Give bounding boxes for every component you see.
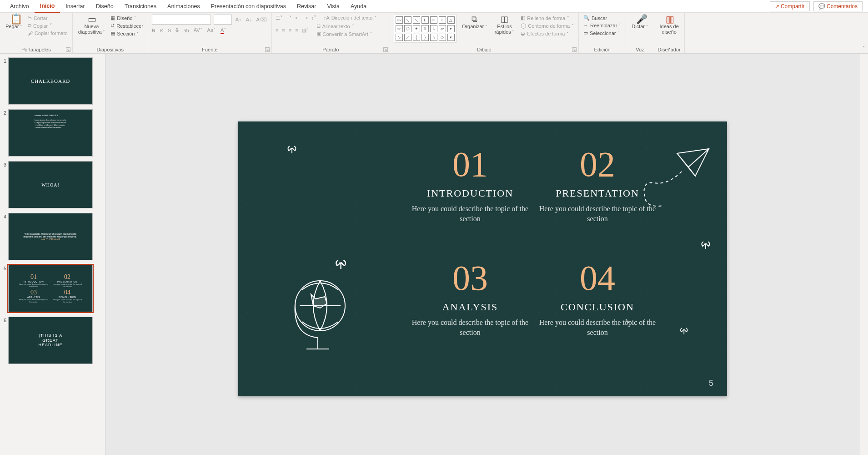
layout-button[interactable]: ▦ Diseño	[110, 15, 144, 21]
shape-fill-button[interactable]: ◧ Relleno de forma	[520, 15, 575, 21]
tab-slideshow[interactable]: Presentación con diapositivas	[206, 0, 291, 12]
text-direction-button[interactable]: ↕A Dirección del texto	[323, 15, 377, 21]
shape-arrow-icon[interactable]: ⇨	[396, 25, 403, 32]
dialog-launcher-icon[interactable]: ↘	[572, 47, 577, 52]
shape-effects-button[interactable]: ◒ Efectos de forma	[520, 30, 575, 37]
copy-button[interactable]: ⧉ Copiar ˅	[27, 22, 69, 29]
shape-line-icon[interactable]: ＼	[404, 16, 411, 24]
thumbnail-panel[interactable]: 1 CHALKBOARD 2 contents of THIS TEMPLATE…	[0, 54, 105, 455]
shape-callout-icon[interactable]: ▱	[439, 25, 446, 32]
shape-expand-icon[interactable]: ▾	[447, 34, 455, 41]
tab-design[interactable]: Diseño	[90, 0, 119, 12]
thumbnail-2[interactable]: contents of THIS TEMPLATELorem ipsum dol…	[8, 109, 93, 157]
thumbnail-4[interactable]: "This is a quote. Words full of wisdom t…	[8, 213, 93, 260]
toc-item-3[interactable]: 03 ANALYSIS Here you could describe the …	[406, 260, 534, 374]
shape-star2-icon[interactable]: ☆	[430, 34, 437, 41]
shape-hex-icon[interactable]: ⬡	[404, 25, 411, 32]
tab-help[interactable]: Ayuda	[345, 0, 372, 12]
thumbnail-5[interactable]: 01INTRODUCTIONHere you could describe th…	[8, 265, 93, 312]
font-size-input[interactable]	[214, 15, 232, 25]
align-right-button[interactable]: ≡	[289, 27, 291, 33]
shape-arrow3-icon[interactable]: ⇩	[430, 25, 437, 32]
tab-view[interactable]: Vista	[321, 0, 345, 12]
align-left-button[interactable]: ≡	[276, 27, 278, 33]
highlight-button[interactable]: AV˅	[194, 27, 203, 33]
dictate-button[interactable]: 🎤 Dictar	[630, 15, 650, 43]
paste-button[interactable]: 📋 Pegar	[4, 15, 24, 30]
tab-animations[interactable]: Animaciones	[162, 0, 206, 12]
thumbnail-3[interactable]: WHOA!	[8, 161, 93, 208]
shape-more-icon[interactable]: ▾	[447, 25, 455, 32]
format-painter-button[interactable]: 🖌 Copiar formato	[27, 30, 69, 36]
collapse-ribbon-icon[interactable]: ˄	[863, 46, 865, 51]
numbering-button[interactable]: ≡˅	[286, 15, 292, 21]
shape-curve-icon[interactable]: ∿	[396, 34, 403, 41]
bold-button[interactable]: N	[152, 28, 156, 33]
toc-item-4[interactable]: 04 CONCLUSION Here you could describe th…	[534, 260, 661, 374]
shape-brace2-icon[interactable]: }	[421, 34, 429, 41]
group-designer: ▥ Ideas de diseño Diseñador	[654, 13, 685, 53]
align-text-button[interactable]: ⊟ Alinear texto	[316, 23, 373, 30]
shape-brace-icon[interactable]: {	[413, 34, 420, 41]
shape-rect-icon[interactable]: ▭	[396, 16, 403, 24]
dialog-launcher-icon[interactable]: ↘	[383, 47, 388, 52]
find-button[interactable]: 🔍 Buscar	[582, 15, 622, 21]
select-button[interactable]: ▭ Seleccionar	[582, 30, 622, 36]
font-name-input[interactable]	[152, 15, 211, 25]
justify-button[interactable]: ≡	[295, 27, 298, 33]
smartart-button[interactable]: ▣ Convertir a SmartArt	[316, 30, 373, 37]
tab-home[interactable]: Inicio	[35, 0, 60, 13]
reset-button[interactable]: ↺ Restablecer	[110, 22, 144, 29]
increase-font-icon[interactable]: A↑	[235, 16, 242, 23]
shape-line2-icon[interactable]: ＼	[413, 16, 420, 24]
shape-oval-icon[interactable]: ○	[439, 16, 446, 24]
shape-free-icon[interactable]: ／	[404, 34, 411, 41]
arrange-button[interactable]: ⧉ Organizar	[460, 15, 489, 30]
strike-button[interactable]: S̶	[176, 27, 179, 33]
clear-format-icon[interactable]: A⌫	[256, 16, 268, 23]
quick-styles-button[interactable]: ◫ Estilos rápidos	[493, 15, 517, 36]
group-font: A↑ A↓ A⌫ N K S S̶ ab AV˅ Aa˅ A˅ Fuente ↘	[148, 13, 272, 53]
dialog-launcher-icon[interactable]: ↘	[66, 47, 70, 52]
toc-description: Here you could describe the topic of the…	[406, 204, 534, 223]
shape-arrow2-icon[interactable]: ⇧	[421, 25, 429, 32]
shape-star-icon[interactable]: ✦	[413, 25, 420, 32]
line-spacing-button[interactable]: ↕˅	[311, 15, 316, 21]
toc-item-1[interactable]: 01 INTRODUCTION Here you could describe …	[406, 147, 534, 260]
font-color-button[interactable]: A˅	[221, 27, 226, 33]
decrease-font-icon[interactable]: A↓	[245, 16, 253, 23]
columns-button[interactable]: ▥˅	[302, 27, 309, 33]
tab-review[interactable]: Revisar	[291, 0, 321, 12]
section-button[interactable]: ▤ Sección	[110, 30, 144, 37]
vertical-scrollbar[interactable]	[860, 54, 868, 455]
toc-item-2[interactable]: 02 PRESENTATION Here you could describe …	[534, 147, 661, 260]
italic-button[interactable]: K	[160, 28, 163, 33]
outdent-button[interactable]: ⇤	[296, 15, 300, 21]
thumbnail-6[interactable]: ¡THIS IS AGREATHEADLINE	[8, 317, 93, 364]
shadow-button[interactable]: ab	[183, 28, 189, 33]
align-center-button[interactable]: ≡	[282, 27, 285, 33]
tab-file[interactable]: Archivo	[5, 0, 35, 12]
indent-button[interactable]: ⇥	[303, 15, 307, 21]
case-button[interactable]: Aa˅	[207, 27, 216, 33]
shape-tri-icon[interactable]: △	[447, 16, 455, 24]
shape-outline-button[interactable]: ◯ Contorno de forma	[520, 22, 575, 29]
bullets-button[interactable]: ☰˅	[276, 15, 283, 21]
shapes-gallery[interactable]: ▭＼＼L▭○△ ⇨⬡✦⇧⇩▱▾ ∿／{}☆◇▾	[394, 15, 457, 43]
tab-transitions[interactable]: Transiciones	[119, 0, 162, 12]
slide[interactable]: 01 INTRODUCTION Here you could describe …	[238, 121, 727, 396]
shape-rect2-icon[interactable]: ▭	[430, 16, 437, 24]
thumbnail-1[interactable]: CHALKBOARD	[8, 57, 93, 105]
slide-canvas[interactable]: 01 INTRODUCTION Here you could describe …	[105, 54, 860, 455]
design-ideas-button[interactable]: ▥ Ideas de diseño	[658, 15, 681, 43]
shape-connector-icon[interactable]: L	[421, 16, 429, 24]
tab-insert[interactable]: Insertar	[60, 0, 90, 12]
replace-button[interactable]: ↔ Reemplazar	[582, 22, 622, 29]
dialog-launcher-icon[interactable]: ↘	[265, 47, 270, 52]
share-button[interactable]: ↗ Compartir	[770, 1, 810, 11]
comments-button[interactable]: 💬 Comentarios	[813, 1, 863, 11]
shape-cloud-icon[interactable]: ◇	[439, 34, 446, 41]
underline-button[interactable]: S	[168, 28, 171, 33]
new-slide-button[interactable]: ▭ Nueva diapositiva	[76, 15, 107, 36]
cut-button[interactable]: ✂ Cortar	[27, 15, 69, 21]
